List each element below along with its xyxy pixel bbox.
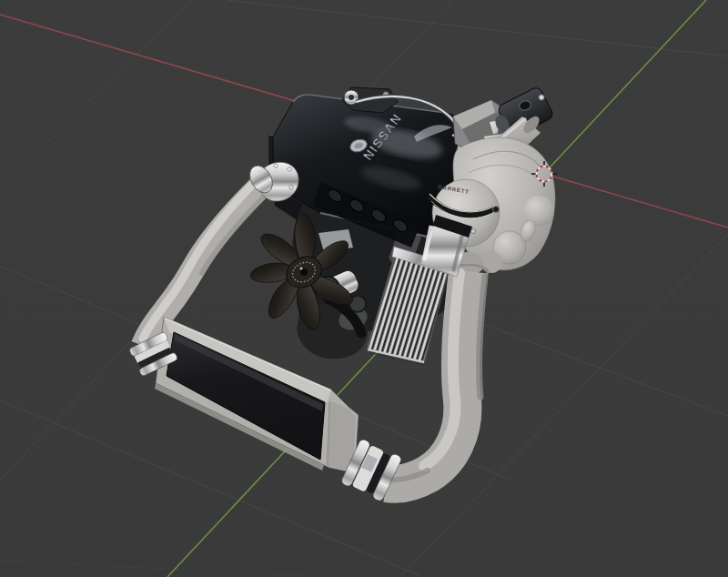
viewport-canvas[interactable]: NISSAN bbox=[0, 0, 728, 577]
viewport-3d[interactable]: NISSAN bbox=[0, 0, 728, 577]
bolt-head bbox=[539, 95, 544, 100]
